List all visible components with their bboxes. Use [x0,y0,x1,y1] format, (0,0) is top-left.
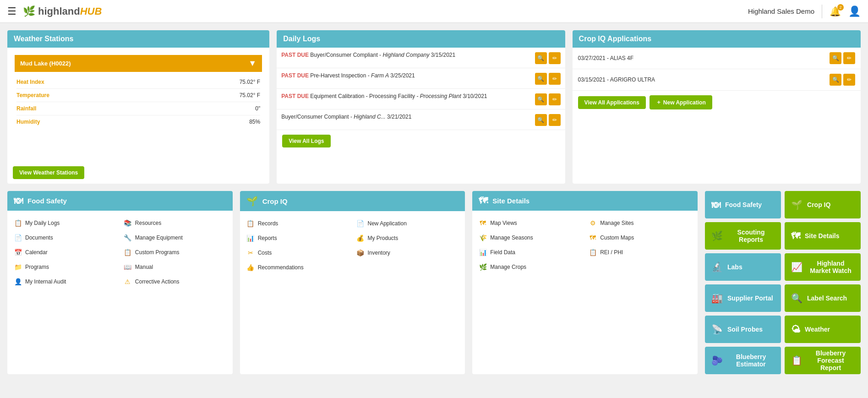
daily-logs-footer: View All Logs [277,130,565,152]
module-link[interactable]: 🌾Manage Seasons [479,232,581,244]
module-link[interactable]: ⚠Corrective Actions [124,276,226,288]
quick-nav-button[interactable]: 🏭Supplier Portal [705,284,781,312]
weather-label: Rainfall [16,105,36,112]
log-search-button[interactable]: 🔍 [535,114,547,126]
quick-nav-button[interactable]: 📡Soil Probes [705,316,781,343]
site-details-header-icon: 🗺 [479,196,488,206]
module-link[interactable]: 📊Field Data [479,246,581,258]
application-item: 03/27/2021 - ALIAS 4F 🔍 ✏ [573,48,861,69]
quick-nav-button[interactable]: 🌤Weather [785,316,861,343]
quick-nav: 🍽Food Safety🌱Crop IQ🌿Scouting Reports🗺Si… [705,191,861,374]
module-link[interactable]: 📄Documents [14,232,116,244]
log-actions: 🔍 ✏ [535,93,561,105]
view-all-applications-button[interactable]: View All Applications [578,96,646,109]
module-link[interactable]: 🗺Custom Maps [589,232,691,244]
quick-nav-button[interactable]: 🌱Crop IQ [785,191,861,218]
quick-nav-label: Soil Probes [727,326,763,333]
weather-label: Humidity [16,119,40,125]
weather-station-name: Mud Lake (H0022) [20,60,71,67]
module-link[interactable]: 👍Recommendations [246,262,349,273]
applications-card-header: Crop IQ Applications [573,30,861,48]
module-link-label: Corrective Actions [135,278,180,285]
quick-nav-button[interactable]: 🍽Food Safety [705,191,781,218]
log-edit-button[interactable]: ✏ [549,52,561,64]
user-avatar-button[interactable]: 👤 [848,5,861,17]
quick-nav-icon: 🌤 [791,324,800,335]
quick-nav-button[interactable]: 🌿Scouting Reports [705,222,781,250]
module-link[interactable]: ⚙Manage Sites [589,217,691,229]
module-link[interactable]: 📁Programs [14,261,116,273]
log-actions: 🔍 ✏ [535,114,561,126]
weather-label: Temperature [16,92,49,98]
applications-scroll[interactable]: 03/27/2021 - ALIAS 4F 🔍 ✏ 03/15/2021 - A… [573,48,861,91]
log-search-button[interactable]: 🔍 [535,73,547,85]
log-edit-button[interactable]: ✏ [549,93,561,105]
hamburger-button[interactable]: ☰ [7,5,16,17]
weather-value: 75.02° F [240,92,261,98]
module-link[interactable]: 📋Custom Programs [124,246,226,258]
module-link[interactable]: 📊Reports [246,232,349,244]
quick-nav-label: Food Safety [725,201,762,208]
site-details-module: 🗺 Site Details 🗺Map Views⚙Manage Sites🌾M… [472,191,698,374]
module-link[interactable]: 📋REI / PHI [589,246,691,258]
app-edit-button[interactable]: ✏ [843,74,855,86]
app-search-button[interactable]: 🔍 [830,52,841,64]
module-link-label: Resources [135,220,161,226]
module-link-label: Manage Equipment [135,234,183,241]
module-link[interactable]: 📖Manual [124,261,226,273]
module-link[interactable]: 🗺Map Views [479,217,581,229]
weather-station-item[interactable]: Mud Lake (H0022) ▼ [15,55,262,72]
module-link[interactable]: 📋Records [246,218,349,229]
module-link[interactable]: 💰My Products [356,232,459,244]
module-link[interactable]: 📚Resources [124,217,226,229]
weather-data-scroll[interactable]: Heat Index75.02° FTemperature75.02° FRai… [11,76,266,158]
view-weather-stations-button[interactable]: View Weather Stations [13,166,84,179]
logo-hub: HUB [80,5,102,17]
log-search-button[interactable]: 🔍 [535,93,547,105]
log-search-button[interactable]: 🔍 [535,52,547,64]
module-link-label: Calendar [25,249,48,256]
module-link-label: Costs [258,250,272,256]
app-search-button[interactable]: 🔍 [830,74,841,86]
application-item: 03/15/2021 - AGRIGRO ULTRA 🔍 ✏ [573,69,861,91]
weather-station-chevron: ▼ [248,59,257,68]
notification-button[interactable]: 🔔 2 [830,6,841,17]
module-link-icon: 📋 [14,219,22,227]
daily-logs-card: Daily Logs PAST DUE Buyer/Consumer Compl… [277,30,565,184]
crop-iq-title: Crop IQ [262,197,288,205]
module-link-icon: 📋 [246,220,255,227]
module-link[interactable]: ✂Costs [246,247,349,259]
quick-nav-button[interactable]: 📈Highland Market Watch [785,253,861,281]
quick-nav-button[interactable]: 🔍Label Search [785,284,861,312]
quick-nav-button[interactable]: 🔬Labs [705,253,781,281]
module-link[interactable]: 🌿Manage Crops [479,261,581,273]
quick-nav-button[interactable]: 📋Blueberry Forecast Report [785,347,861,374]
new-application-button[interactable]: ＋ New Application [650,95,712,109]
weather-row: Humidity85% [16,115,260,128]
crop-iq-module: 🌱 Crop IQ 📋Records📄New Application📊Repor… [240,191,465,374]
module-link-label: My Daily Logs [25,220,60,226]
log-text: Buyer/Consumer Compliant - Highland C...… [281,113,531,121]
daily-logs-scroll[interactable]: PAST DUE Buyer/Consumer Compliant - High… [277,48,565,130]
module-link[interactable]: 🔧Manage Equipment [124,232,226,244]
crop-iq-body: 📋Records📄New Application📊Reports💰My Prod… [240,211,465,280]
module-link-label: Programs [25,264,49,270]
log-edit-button[interactable]: ✏ [549,73,561,85]
quick-nav-label: Weather [805,326,830,333]
site-details-header: 🗺 Site Details [472,191,698,211]
view-all-logs-button[interactable]: View All Logs [282,135,330,147]
past-due-label: PAST DUE [281,93,309,99]
app-edit-button[interactable]: ✏ [843,52,855,64]
quick-nav-button[interactable]: 🗺Site Details [785,222,861,250]
quick-nav-icon: 🏭 [711,293,723,304]
application-text: 03/15/2021 - AGRIGRO ULTRA [578,76,655,83]
module-link-icon: 📦 [356,249,365,256]
quick-nav-icon: 🌿 [711,230,723,241]
log-edit-button[interactable]: ✏ [549,114,561,126]
module-link[interactable]: 📦Inventory [356,247,459,259]
module-link[interactable]: 📄New Application [356,218,459,229]
module-link[interactable]: 📅Calendar [14,246,116,258]
module-link[interactable]: 👤My Internal Audit [14,276,116,288]
module-link[interactable]: 📋My Daily Logs [14,217,116,229]
quick-nav-button[interactable]: 🫐Blueberry Estimator [705,347,781,374]
